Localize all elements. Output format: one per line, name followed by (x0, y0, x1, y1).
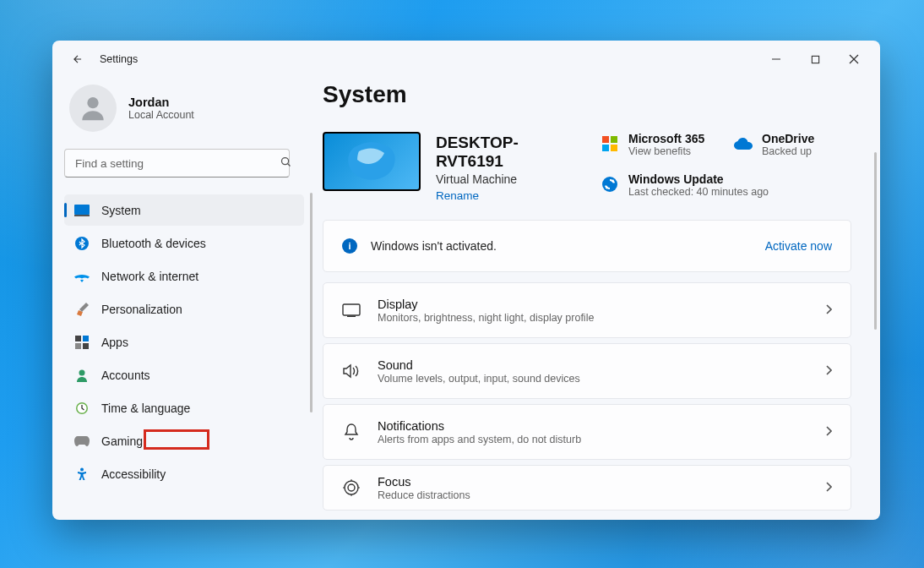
display-icon (342, 301, 361, 320)
m365-icon (600, 134, 620, 154)
pc-type: Virtual Machine (436, 172, 584, 186)
profile[interactable]: Jordan Local Account (64, 78, 314, 149)
cloud-icon (733, 134, 753, 154)
focus-icon (342, 478, 361, 497)
setting-title: Sound (378, 358, 580, 372)
banner-text: Windows isn't activated. (371, 239, 497, 253)
activation-banner: i Windows isn't activated. Activate now (323, 220, 851, 272)
titlebar: Settings (52, 41, 880, 78)
clock-icon (74, 401, 90, 416)
promo-title: OneDrive (762, 132, 814, 145)
minimize-button[interactable] (757, 46, 796, 73)
svg-rect-7 (74, 205, 90, 215)
promo-title: Microsoft 365 (628, 132, 704, 145)
promo-subtitle: Backed up (762, 145, 814, 157)
nav-label: System (101, 204, 141, 217)
chevron-right-icon (825, 480, 832, 495)
gamepad-icon (74, 434, 90, 449)
nav-label: Gaming (101, 434, 143, 448)
info-icon: i (342, 238, 357, 254)
setting-title: Notifications (378, 419, 581, 433)
svg-rect-20 (602, 145, 609, 151)
chevron-right-icon (825, 424, 832, 440)
svg-rect-10 (75, 336, 81, 341)
nav-label: Personalization (101, 303, 182, 316)
nav: System Bluetooth & devices Network & int… (64, 193, 314, 520)
paintbrush-icon (74, 302, 90, 317)
promo-onedrive[interactable]: OneDrive Backed up (733, 132, 851, 157)
pc-thumbnail[interactable] (323, 132, 421, 191)
setting-subtitle: Reduce distractions (378, 489, 470, 501)
svg-point-14 (79, 369, 85, 375)
sidebar-scrollbar[interactable] (310, 193, 313, 412)
setting-subtitle: Monitors, brightness, night light, displ… (378, 312, 594, 324)
nav-system[interactable]: System (64, 194, 304, 226)
svg-point-22 (602, 177, 617, 192)
search-input[interactable] (64, 149, 290, 178)
apps-icon (74, 335, 90, 350)
sidebar: Jordan Local Account System Bluetooth & … (52, 78, 314, 520)
svg-rect-1 (812, 56, 818, 63)
window-controls (757, 46, 873, 73)
setting-notifications[interactable]: Notifications Alerts from apps and syste… (323, 404, 851, 460)
activate-link[interactable]: Activate now (765, 239, 832, 253)
setting-focus[interactable]: Focus Reduce distractions (323, 465, 851, 511)
profile-name: Jordan (128, 96, 194, 109)
svg-point-26 (348, 484, 355, 491)
nav-personalization[interactable]: Personalization (64, 293, 304, 325)
bell-icon (342, 423, 361, 441)
setting-title: Display (378, 298, 594, 311)
nav-label: Network & internet (101, 270, 198, 283)
svg-rect-21 (611, 145, 617, 151)
page-title: System (323, 81, 851, 108)
profile-subtitle: Local Account (128, 109, 194, 121)
back-button[interactable] (68, 49, 88, 69)
maximize-button[interactable] (796, 46, 834, 73)
system-summary: DESKTOP-RVT6191 Virtual Machine Rename M… (323, 132, 851, 203)
window-title: Settings (100, 53, 138, 65)
settings-window: Settings Jordan Local Account (52, 41, 880, 520)
svg-point-5 (282, 158, 289, 165)
speaker-icon (342, 362, 361, 380)
person-icon (74, 368, 90, 383)
close-button[interactable] (834, 46, 873, 73)
monitor-icon (74, 203, 90, 218)
setting-sound[interactable]: Sound Volume levels, output, input, soun… (323, 343, 851, 399)
search-icon (280, 156, 292, 172)
nav-gaming[interactable]: Gaming (64, 425, 304, 456)
content-scrollbar[interactable] (874, 152, 877, 330)
nav-apps[interactable]: Apps (64, 326, 304, 358)
nav-label: Time & language (101, 401, 190, 415)
bluetooth-icon (74, 236, 90, 251)
nav-label: Accessibility (101, 467, 166, 481)
promo-windows-update[interactable]: Windows Update Last checked: 40 minutes … (600, 172, 851, 198)
nav-label: Bluetooth & devices (101, 237, 206, 250)
svg-rect-18 (602, 136, 609, 143)
nav-bluetooth[interactable]: Bluetooth & devices (64, 227, 304, 259)
nav-time-language[interactable]: Time & language (64, 392, 304, 423)
promo-subtitle: Last checked: 40 minutes ago (628, 186, 769, 198)
chevron-right-icon (825, 303, 832, 318)
update-icon (600, 174, 620, 194)
nav-accessibility[interactable]: Accessibility (64, 458, 304, 489)
setting-display[interactable]: Display Monitors, brightness, night ligh… (323, 282, 851, 338)
rename-link[interactable]: Rename (436, 189, 479, 202)
nav-accounts[interactable]: Accounts (64, 359, 304, 390)
svg-rect-13 (83, 343, 89, 349)
svg-rect-23 (343, 304, 360, 315)
svg-rect-12 (75, 343, 81, 349)
svg-point-25 (345, 481, 358, 494)
pc-name: DESKTOP-RVT6191 (436, 134, 584, 171)
promo-subtitle: View benefits (628, 145, 704, 157)
nav-network[interactable]: Network & internet (64, 260, 304, 292)
wifi-icon (74, 269, 90, 284)
setting-title: Focus (378, 475, 470, 489)
accessibility-icon (74, 467, 90, 482)
avatar (69, 85, 117, 132)
svg-point-4 (87, 97, 98, 108)
svg-line-6 (288, 164, 291, 167)
setting-subtitle: Volume levels, output, input, sound devi… (378, 373, 580, 385)
svg-rect-11 (83, 336, 89, 341)
chevron-right-icon (825, 363, 832, 379)
promo-m365[interactable]: Microsoft 365 View benefits (600, 132, 726, 157)
